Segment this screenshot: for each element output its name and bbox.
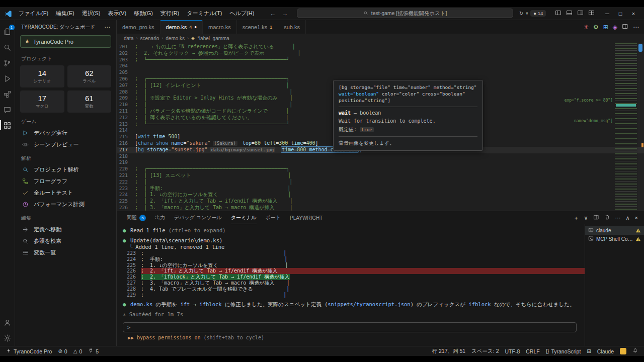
code-line-221[interactable]: 221; │ [13] スニペット │: [117, 172, 644, 179]
panel-tab-問題[interactable]: 問題5: [123, 211, 150, 224]
menu-item[interactable]: ヘルプ(H): [226, 9, 258, 18]
layout-grid-status[interactable]: ⊞: [584, 346, 594, 356]
tab-macro.ks[interactable]: macro.ks: [203, 20, 237, 34]
back-icon[interactable]: ←: [270, 10, 276, 17]
code-line-219[interactable]: 219: [117, 159, 644, 166]
tyrano-gear-icon[interactable]: ⚙: [593, 24, 599, 31]
minimap[interactable]: [615, 43, 637, 211]
terminal-dropdown-icon[interactable]: ∨: [584, 215, 588, 221]
indentation[interactable]: スペース: 2: [468, 346, 502, 356]
refresh-icon[interactable]: ↻: [519, 11, 523, 16]
eol[interactable]: CRLF: [523, 346, 542, 356]
more-icon[interactable]: ⋯: [615, 215, 621, 221]
code-line-205[interactable]: 205: [117, 69, 644, 76]
panel-tab-ポート[interactable]: ポート: [262, 211, 285, 224]
sidebar-item-シーンプレビュー[interactable]: シーンプレビュー: [15, 139, 116, 150]
breadcrumb-item[interactable]: demo.ks: [166, 36, 185, 41]
tyranocode-dashboard-icon[interactable]: [0, 118, 15, 133]
code-line-204[interactable]: 204: [117, 63, 644, 69]
panel-tab-デバッグ コンソール[interactable]: デバッグ コンソール: [170, 211, 226, 224]
tab-demo_pro.ks[interactable]: demo_pro.ks: [117, 20, 160, 34]
assistant-icon[interactable]: ◈: [613, 24, 617, 31]
explorer-icon[interactable]: 1: [0, 24, 15, 40]
code-line-202[interactable]: 202; 2. それをクリック → 参照元の一覧がピークで表示 │: [117, 50, 644, 57]
close-button[interactable]: ×: [627, 11, 640, 17]
code-line-224[interactable]: 224; │ 1. ↓の空行にカーソルを置く │: [117, 192, 644, 198]
sidebar-more-icon[interactable]: ⋯: [104, 24, 110, 31]
sidebar-item-デバッグ実行[interactable]: デバッグ実行: [15, 127, 116, 139]
menu-item[interactable]: 編集(E): [52, 9, 78, 18]
code-line-226[interactable]: 226; │ 3. 「macro」と入力して Tab → macro 構造が挿入…: [117, 205, 644, 211]
panel-tab-PLAYWRIGHT[interactable]: PLAYWRIGHT: [286, 211, 327, 224]
run-debug-icon[interactable]: [0, 71, 15, 86]
kill-terminal-icon[interactable]: [604, 214, 610, 221]
code-line-220[interactable]: 220; ┌──────────────────────────────────…: [117, 166, 644, 172]
editor-scrollbar[interactable]: [637, 43, 644, 211]
menu-item[interactable]: 移動(G): [130, 9, 156, 18]
code-line-203[interactable]: 203; └──────────────────────────────────…: [117, 57, 644, 63]
menu-item[interactable]: 表示(V): [104, 9, 130, 18]
split-terminal-icon[interactable]: [593, 214, 599, 221]
toggle-panel-icon[interactable]: [566, 9, 573, 18]
maximize-button[interactable]: □: [614, 11, 627, 17]
warnings-status[interactable]: △0: [70, 346, 86, 356]
sidebar-item-パフォーマンス計測[interactable]: パフォーマンス計測: [15, 199, 116, 210]
sidebar-item-プロジェクト解析[interactable]: プロジェクト解析: [15, 164, 116, 175]
forward-icon[interactable]: →: [282, 10, 288, 17]
ports-status[interactable]: 5: [85, 346, 102, 356]
menu-item[interactable]: 実行(R): [157, 9, 183, 18]
menu-item[interactable]: ファイル(F): [15, 9, 52, 18]
breadcrumb[interactable]: data›scenario›demo.ks›◈*label_gamma: [117, 34, 644, 43]
split-editor-icon[interactable]: [622, 23, 628, 31]
breadcrumb-symbol[interactable]: *label_gamma: [197, 36, 229, 41]
tab-sub.ks[interactable]: sub.ks: [278, 20, 306, 34]
claude-status[interactable]: Claude: [594, 346, 617, 356]
errors-status[interactable]: ⊘0: [55, 346, 70, 356]
code-line-225[interactable]: 225; │ 2. 「ift」と入力して Tab → if/endif 構造が挿…: [117, 198, 644, 205]
claude-prompt-input[interactable]: >: [123, 322, 577, 332]
search-icon[interactable]: [0, 40, 15, 55]
more-actions-icon[interactable]: ⋯: [633, 24, 639, 31]
maximize-panel-icon[interactable]: ∧: [626, 215, 630, 221]
breadcrumb-item[interactable]: data: [124, 36, 133, 41]
tab-scene1.ks[interactable]: scene1.ks1: [237, 20, 279, 34]
code-line-218[interactable]: 218: [117, 153, 644, 160]
sparkle-icon[interactable]: ✳: [584, 24, 589, 31]
source-control-icon[interactable]: [0, 55, 15, 71]
settings-gear-icon[interactable]: [0, 330, 15, 346]
cursor-position[interactable]: 行 217、列 51: [429, 346, 469, 356]
preview-grid-icon[interactable]: ⊞: [603, 24, 608, 31]
claude-badge-icon[interactable]: [617, 346, 629, 356]
command-center-search[interactable]: test-game [拡張機能開発ホスト]: [297, 9, 513, 18]
new-terminal-icon[interactable]: ＋: [573, 214, 579, 222]
extensions-icon[interactable]: [0, 86, 15, 102]
menu-item[interactable]: 選択(S): [78, 9, 104, 18]
code-editor[interactable]: 201; → 行の上に「N references」と薄く表示されている │202…: [117, 43, 644, 211]
chevron-down-icon[interactable]: ∨: [525, 11, 528, 16]
tyranocode-pro-status[interactable]: TyranoCode Pro: [3, 346, 55, 356]
breadcrumb-item[interactable]: scenario: [140, 36, 159, 41]
terminal-list-item-claude[interactable]: claude: [585, 226, 644, 235]
sidebar-item-定義へ移動[interactable]: 定義へ移動: [15, 224, 116, 235]
close-panel-icon[interactable]: ×: [635, 215, 638, 221]
sidebar-item-全ルートテスト[interactable]: 全ルートテスト: [15, 187, 116, 199]
toggle-sidebar-icon[interactable]: [555, 9, 561, 18]
sidebar-item-変数一覧[interactable]: 変数一覧: [15, 247, 116, 258]
toggle-secondary-sidebar-icon[interactable]: [577, 9, 584, 18]
tyranocode-pro-card[interactable]: ★ TyranoCode Pro: [20, 35, 111, 48]
language-mode[interactable]: {}TyranoScript: [543, 346, 584, 356]
code-line-222[interactable]: 222; │ │: [117, 179, 644, 186]
sidebar-item-フローグラフ[interactable]: フローグラフ: [15, 175, 116, 187]
sidebar-item-参照を検索[interactable]: 参照を検索: [15, 235, 116, 247]
tab-demo.ks[interactable]: demo.ks4●: [160, 20, 203, 34]
code-line-201[interactable]: 201; → 行の上に「N references」と薄く表示されている │: [117, 44, 644, 50]
code-line-223[interactable]: 223; │ 手順: │: [117, 186, 644, 192]
customize-layout-icon[interactable]: [588, 9, 595, 18]
panel-tab-ターミナル[interactable]: ターミナル: [227, 211, 261, 224]
notifications-bell-icon[interactable]: [629, 346, 641, 356]
menu-item[interactable]: ターミナル(T): [183, 9, 225, 18]
terminal-output[interactable]: ●Read 1 file (ctrl+o to expand)●Update(d…: [117, 224, 585, 346]
panel-tab-出力[interactable]: 出力: [151, 211, 169, 224]
encoding[interactable]: UTF-8: [502, 346, 523, 356]
terminal-list-item-MCP Shell Commands[interactable]: MCP Shell Commands: [585, 235, 644, 243]
